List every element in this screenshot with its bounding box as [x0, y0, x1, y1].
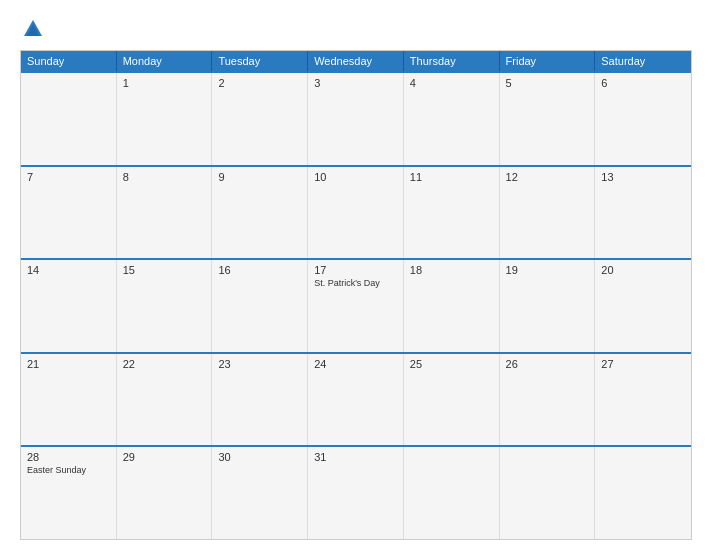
day-number: 11 — [410, 171, 493, 183]
calendar-cell: 23 — [212, 354, 308, 446]
calendar-cell: 9 — [212, 167, 308, 259]
calendar-cell: 1 — [117, 73, 213, 165]
day-number: 7 — [27, 171, 110, 183]
day-number: 5 — [506, 77, 589, 89]
logo-mountain-icon — [22, 18, 44, 40]
calendar-cell: 28Easter Sunday — [21, 447, 117, 539]
day-of-week-header: Sunday — [21, 51, 117, 71]
day-number: 20 — [601, 264, 685, 276]
calendar-cell: 14 — [21, 260, 117, 352]
calendar-cell — [500, 447, 596, 539]
calendar-cell: 16 — [212, 260, 308, 352]
day-of-week-header: Saturday — [595, 51, 691, 71]
day-of-week-header: Wednesday — [308, 51, 404, 71]
day-number: 8 — [123, 171, 206, 183]
day-number: 27 — [601, 358, 685, 370]
calendar-cell — [21, 73, 117, 165]
day-number: 29 — [123, 451, 206, 463]
day-number: 23 — [218, 358, 301, 370]
calendar-cell: 31 — [308, 447, 404, 539]
day-number: 3 — [314, 77, 397, 89]
calendar-cell: 17St. Patrick's Day — [308, 260, 404, 352]
day-number: 16 — [218, 264, 301, 276]
calendar-cell: 6 — [595, 73, 691, 165]
day-number: 2 — [218, 77, 301, 89]
calendar-body: 1234567891011121314151617St. Patrick's D… — [21, 71, 691, 539]
calendar-cell — [404, 447, 500, 539]
calendar-week: 78910111213 — [21, 165, 691, 259]
calendar-week: 14151617St. Patrick's Day181920 — [21, 258, 691, 352]
day-number: 1 — [123, 77, 206, 89]
calendar-cell: 3 — [308, 73, 404, 165]
day-number: 4 — [410, 77, 493, 89]
calendar-week: 21222324252627 — [21, 352, 691, 446]
calendar-week: 123456 — [21, 71, 691, 165]
calendar-cell: 7 — [21, 167, 117, 259]
day-number: 25 — [410, 358, 493, 370]
calendar-cell: 2 — [212, 73, 308, 165]
day-number: 12 — [506, 171, 589, 183]
day-number: 28 — [27, 451, 110, 463]
day-number: 6 — [601, 77, 685, 89]
day-of-week-header: Monday — [117, 51, 213, 71]
day-number: 18 — [410, 264, 493, 276]
day-number: 14 — [27, 264, 110, 276]
holiday-label: St. Patrick's Day — [314, 278, 397, 290]
calendar-cell: 29 — [117, 447, 213, 539]
day-number: 13 — [601, 171, 685, 183]
calendar-cell: 20 — [595, 260, 691, 352]
calendar-cell: 4 — [404, 73, 500, 165]
calendar-cell: 26 — [500, 354, 596, 446]
day-of-week-header: Thursday — [404, 51, 500, 71]
holiday-label: Easter Sunday — [27, 465, 110, 477]
day-number: 31 — [314, 451, 397, 463]
calendar-cell: 11 — [404, 167, 500, 259]
calendar-cell: 27 — [595, 354, 691, 446]
calendar-cell: 25 — [404, 354, 500, 446]
calendar-cell: 10 — [308, 167, 404, 259]
calendar-cell: 30 — [212, 447, 308, 539]
calendar-grid: SundayMondayTuesdayWednesdayThursdayFrid… — [20, 50, 692, 540]
day-of-week-header: Tuesday — [212, 51, 308, 71]
day-number: 22 — [123, 358, 206, 370]
logo — [20, 18, 44, 40]
calendar-cell — [595, 447, 691, 539]
day-number: 10 — [314, 171, 397, 183]
calendar-page: SundayMondayTuesdayWednesdayThursdayFrid… — [0, 0, 712, 550]
calendar-cell: 22 — [117, 354, 213, 446]
day-number: 9 — [218, 171, 301, 183]
calendar-cell: 19 — [500, 260, 596, 352]
day-number: 26 — [506, 358, 589, 370]
calendar-week: 28Easter Sunday293031 — [21, 445, 691, 539]
calendar-header-row: SundayMondayTuesdayWednesdayThursdayFrid… — [21, 51, 691, 71]
calendar-cell: 8 — [117, 167, 213, 259]
day-of-week-header: Friday — [500, 51, 596, 71]
day-number: 24 — [314, 358, 397, 370]
calendar-cell: 13 — [595, 167, 691, 259]
page-header — [20, 18, 692, 40]
calendar-cell: 21 — [21, 354, 117, 446]
day-number: 21 — [27, 358, 110, 370]
calendar-cell: 5 — [500, 73, 596, 165]
day-number: 19 — [506, 264, 589, 276]
calendar-cell: 18 — [404, 260, 500, 352]
day-number: 15 — [123, 264, 206, 276]
calendar-cell: 12 — [500, 167, 596, 259]
calendar-cell: 24 — [308, 354, 404, 446]
day-number: 30 — [218, 451, 301, 463]
day-number: 17 — [314, 264, 397, 276]
calendar-cell: 15 — [117, 260, 213, 352]
